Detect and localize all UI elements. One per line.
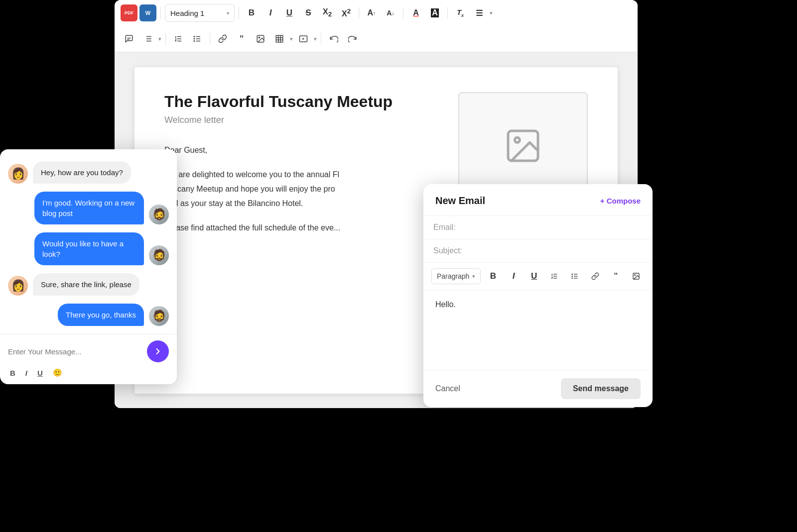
svg-point-38: [635, 275, 636, 276]
styles-chevron: ▾: [158, 36, 161, 42]
chat-bubble-3: Would you like to have a look?: [34, 232, 144, 265]
document-subtitle: Welcome letter: [164, 115, 438, 125]
undo-button[interactable]: [325, 30, 342, 47]
chevron-down-icon: ▾: [227, 10, 229, 16]
chat-message-5: 🧔 There you go, thanks: [8, 304, 169, 326]
chat-bubble-4: Sure, share the link, please: [33, 273, 139, 296]
email-label: Email:: [433, 223, 455, 231]
chat-message-4: 👩 Sure, share the link, please: [8, 273, 169, 296]
table-chevron: ▾: [290, 36, 293, 42]
ordered-list-button[interactable]: [170, 30, 187, 47]
avatar-male-2: 🧔: [149, 245, 169, 265]
word-icon[interactable]: W: [139, 4, 156, 21]
avatar-female-1: 👩: [8, 164, 28, 184]
chat-message-3: 🧔 Would you like to have a look?: [8, 232, 169, 265]
underline-button[interactable]: U: [281, 4, 298, 21]
chat-panel: 👩 Hey, how are you today? 🧔 I'm good. Wo…: [0, 149, 177, 384]
pdf-icon[interactable]: PDF: [121, 4, 137, 21]
email-image-button[interactable]: [628, 268, 645, 285]
email-field[interactable]: Email:: [423, 216, 653, 239]
align-button[interactable]: ☰: [471, 4, 488, 21]
email-header: New Email + Compose: [423, 184, 653, 216]
chat-italic-button[interactable]: I: [23, 368, 29, 378]
avatar-male-1: 🧔: [149, 205, 169, 224]
email-panel: New Email + Compose Email: Subject: Para…: [423, 184, 653, 407]
superscript-button[interactable]: X2: [338, 4, 355, 21]
chat-send-button[interactable]: [147, 340, 169, 362]
highlight-button[interactable]: A: [426, 4, 443, 21]
subject-field[interactable]: Subject:: [423, 239, 653, 263]
toolbar-row-1: PDF W Heading 1 ▾ B I U S X2 X2 A↑ A↓: [121, 0, 632, 26]
link-button[interactable]: [214, 30, 231, 47]
media-chevron: ▾: [314, 36, 317, 42]
chat-bubble-1: Hey, how are you today?: [33, 161, 131, 184]
chat-messages-list: 👩 Hey, how are you today? 🧔 I'm good. Wo…: [0, 149, 177, 334]
italic-button[interactable]: I: [262, 4, 279, 21]
font-size-up-button[interactable]: A↑: [363, 4, 380, 21]
email-bold-button[interactable]: B: [485, 268, 501, 285]
bold-button[interactable]: B: [243, 4, 260, 21]
email-underline-button[interactable]: U: [526, 268, 542, 285]
email-title: New Email: [435, 195, 485, 207]
divider-4: [403, 7, 403, 19]
heading-select[interactable]: Heading 1 ▾: [165, 4, 235, 22]
redo-button[interactable]: [344, 30, 361, 47]
font-size-down-button[interactable]: A↓: [382, 4, 399, 21]
compose-button[interactable]: + Compose: [600, 197, 641, 205]
doc-greeting: Dear Guest,: [164, 143, 438, 158]
email-ordered-list-button[interactable]: [546, 268, 563, 285]
svg-marker-25: [303, 38, 305, 40]
clear-format-button[interactable]: Tx: [452, 4, 469, 21]
svg-point-27: [515, 137, 520, 142]
divider-1: [160, 7, 161, 19]
toolbar-row-2: ▾ " ▾ ▾: [121, 26, 632, 52]
subscript-button[interactable]: X2: [319, 4, 336, 21]
image-button[interactable]: [252, 30, 269, 47]
chat-bold-button[interactable]: B: [8, 368, 17, 378]
email-unordered-list-button[interactable]: [567, 268, 583, 285]
svg-point-16: [194, 41, 195, 42]
svg-point-36: [572, 278, 572, 278]
chat-message-input[interactable]: [8, 347, 143, 356]
email-link-button[interactable]: [587, 268, 604, 285]
image-placeholder-icon: [503, 126, 543, 168]
chat-format-bar: B I U 🙂: [8, 367, 169, 378]
doc-body-1: We are delighted to welcome you to the a…: [164, 168, 438, 211]
divider-7: [210, 33, 210, 45]
unordered-list-button[interactable]: [189, 30, 206, 47]
email-cancel-button[interactable]: Cancel: [435, 384, 460, 393]
subject-label: Subject:: [433, 246, 462, 255]
email-send-button[interactable]: Send message: [561, 378, 641, 399]
email-paragraph-select[interactable]: Paragraph ▾: [431, 268, 481, 284]
paragraph-chevron: ▾: [472, 273, 475, 280]
table-button[interactable]: [271, 30, 288, 47]
svg-point-15: [194, 38, 195, 39]
avatar-male-3: 🧔: [149, 306, 169, 326]
email-quote-button[interactable]: ": [608, 268, 624, 285]
divider-6: [165, 33, 166, 45]
blockquote-button[interactable]: ": [233, 30, 250, 47]
svg-point-34: [572, 274, 572, 274]
svg-rect-19: [276, 35, 283, 42]
chat-input-row: [8, 340, 169, 362]
chat-bubble-2: I'm good. Working on a new blog post: [34, 192, 144, 224]
email-footer: Cancel Send message: [423, 370, 653, 407]
avatar-female-2: 👩: [8, 276, 28, 296]
editor-toolbar: PDF W Heading 1 ▾ B I U S X2 X2 A↑ A↓: [115, 0, 638, 52]
document-title: The Flavorful Tuscany Meetup: [164, 92, 438, 111]
document-body: Dear Guest, We are delighted to welcome …: [164, 143, 438, 235]
email-body[interactable]: Hello.: [423, 290, 653, 370]
styles-button[interactable]: [139, 30, 156, 47]
font-color-button[interactable]: A: [407, 4, 424, 21]
email-editor-toolbar: Paragraph ▾ B I U ": [423, 263, 653, 290]
divider-3: [359, 7, 359, 19]
chat-message-2: 🧔 I'm good. Working on a new blog post: [8, 192, 169, 224]
chat-message-1: 👩 Hey, how are you today?: [8, 161, 169, 184]
chat-underline-button[interactable]: U: [35, 368, 45, 378]
media-button[interactable]: [295, 30, 312, 47]
email-italic-button[interactable]: I: [505, 268, 522, 285]
strikethrough-button[interactable]: S: [300, 4, 317, 21]
comment-button[interactable]: [121, 30, 137, 47]
chat-emoji-button[interactable]: 🙂: [51, 367, 64, 378]
heading-select-label: Heading 1: [170, 9, 204, 17]
